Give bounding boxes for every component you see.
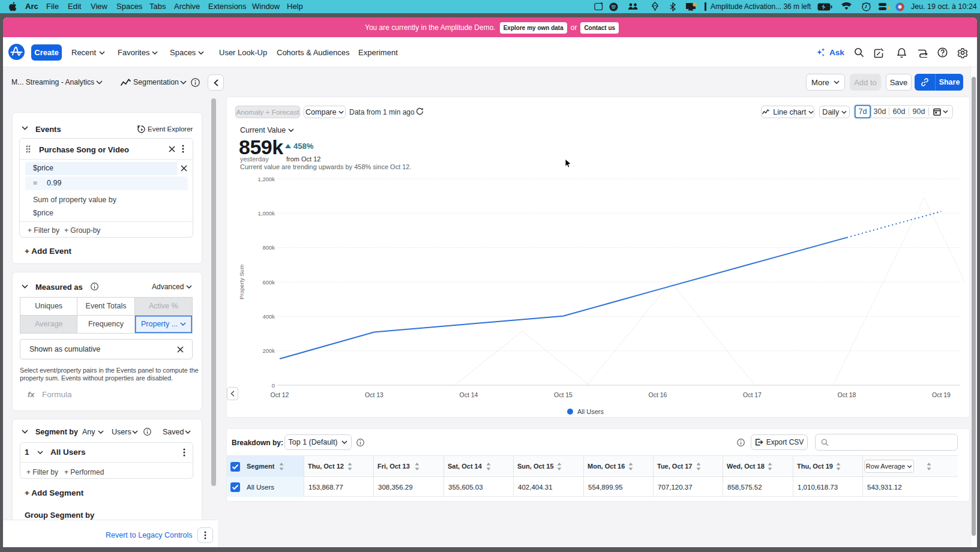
svg-text:Oct 16: Oct 16 bbox=[649, 391, 667, 398]
svg-text:Oct 13: Oct 13 bbox=[365, 391, 383, 398]
svg-text:Oct 12: Oct 12 bbox=[271, 391, 289, 398]
svg-text:Oct 17: Oct 17 bbox=[743, 391, 762, 398]
svg-text:Oct 18: Oct 18 bbox=[838, 391, 856, 398]
svg-text:400k: 400k bbox=[262, 313, 275, 320]
svg-text:Oct 15: Oct 15 bbox=[554, 391, 573, 398]
svg-text:0: 0 bbox=[272, 382, 275, 389]
svg-text:1,200k: 1,200k bbox=[257, 176, 275, 182]
svg-text:Property Sum: Property Sum bbox=[238, 265, 245, 299]
svg-text:200k: 200k bbox=[262, 347, 275, 354]
svg-text:1,000k: 1,000k bbox=[257, 210, 275, 217]
svg-text:600k: 600k bbox=[262, 279, 275, 286]
svg-text:800k: 800k bbox=[262, 244, 275, 251]
svg-text:Oct 19: Oct 19 bbox=[932, 391, 951, 398]
svg-text:Oct 14: Oct 14 bbox=[460, 391, 478, 398]
